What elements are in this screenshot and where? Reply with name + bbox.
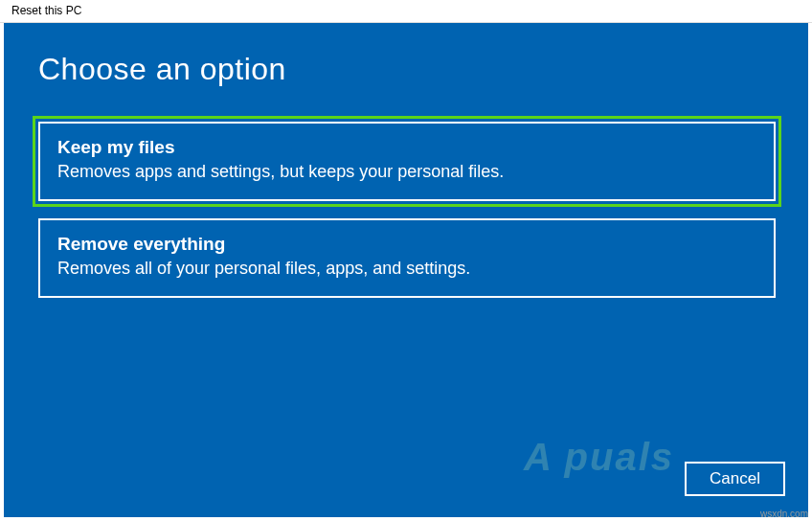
option-remove-everything[interactable]: Remove everything Removes all of your pe…	[38, 218, 776, 298]
watermark-logo: A puals	[524, 436, 674, 479]
window-title: Reset this PC	[11, 4, 81, 17]
option-title: Remove everything	[57, 234, 756, 255]
page-heading: Choose an option	[38, 52, 774, 87]
option-title: Keep my files	[57, 137, 756, 158]
option-keep-my-files[interactable]: Keep my files Removes apps and settings,…	[38, 122, 776, 201]
option-description: Removes apps and settings, but keeps you…	[57, 162, 756, 182]
watermark-site: wsxdn.com	[760, 509, 808, 519]
main-panel: Choose an option Keep my files Removes a…	[4, 23, 808, 517]
window-titlebar: Reset this PC	[0, 0, 812, 23]
cancel-button[interactable]: Cancel	[685, 462, 785, 496]
option-description: Removes all of your personal files, apps…	[57, 259, 756, 279]
dialog-footer: Cancel	[685, 462, 785, 496]
